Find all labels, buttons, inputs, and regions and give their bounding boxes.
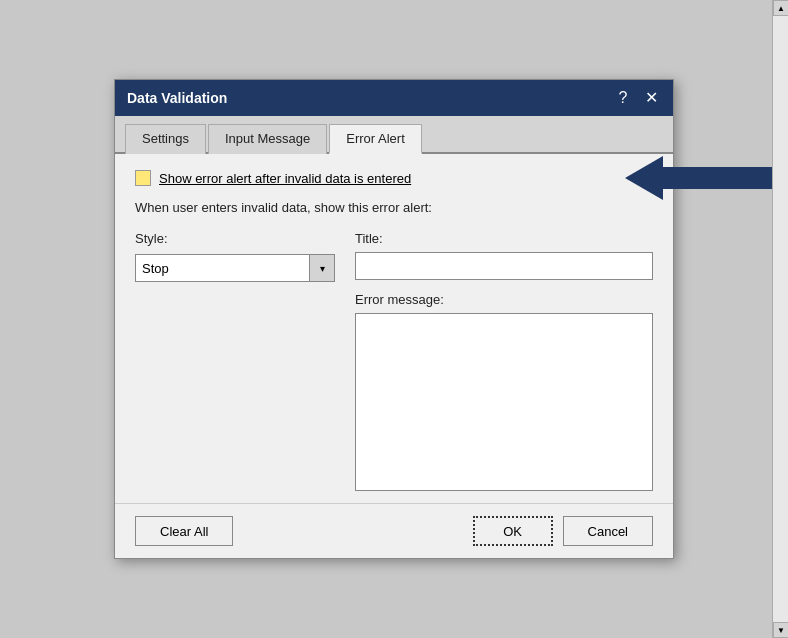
tab-content: Show error alert after invalid data is e…: [115, 154, 673, 503]
arrow-annotation: [663, 167, 788, 189]
arrow-body: [663, 167, 788, 189]
error-message-label: Error message:: [355, 292, 653, 307]
close-button[interactable]: ✕: [641, 88, 661, 108]
style-column: Style: Stop Warning Information ▾: [135, 231, 335, 491]
show-error-alert-label: Show error alert after invalid data is e…: [159, 171, 411, 186]
style-label: Style:: [135, 231, 335, 246]
title-label: Title:: [355, 231, 653, 246]
show-error-alert-checkbox[interactable]: [135, 170, 151, 186]
error-message-wrapper: ▲ ▼: [355, 313, 653, 491]
footer: Clear All OK Cancel: [115, 503, 673, 558]
tab-bar: Settings Input Message Error Alert: [115, 116, 673, 154]
title-bar: Data Validation ? ✕: [115, 80, 673, 116]
tab-settings[interactable]: Settings: [125, 124, 206, 154]
cancel-button[interactable]: Cancel: [563, 516, 653, 546]
error-message-textarea[interactable]: [356, 314, 636, 490]
tab-input-message[interactable]: Input Message: [208, 124, 327, 154]
data-validation-dialog: Data Validation ? ✕ Settings Input Messa…: [114, 79, 674, 559]
style-select-wrapper: Stop Warning Information ▾: [135, 254, 335, 282]
style-select[interactable]: Stop Warning Information: [135, 254, 335, 282]
title-bar-actions: ? ✕: [613, 88, 661, 108]
help-button[interactable]: ?: [613, 88, 633, 108]
tab-error-alert[interactable]: Error Alert: [329, 124, 422, 154]
show-error-alert-row: Show error alert after invalid data is e…: [135, 170, 653, 186]
ok-button[interactable]: OK: [473, 516, 553, 546]
title-input[interactable]: [355, 252, 653, 280]
form-grid: Style: Stop Warning Information ▾ Title:…: [135, 231, 653, 491]
clear-all-button[interactable]: Clear All: [135, 516, 233, 546]
footer-right-buttons: OK Cancel: [473, 516, 653, 546]
right-column: Title: Error message: ▲ ▼: [355, 231, 653, 491]
checkbox-container: Show error alert after invalid data is e…: [135, 170, 411, 186]
subtitle-text: When user enters invalid data, show this…: [135, 200, 653, 215]
dialog-title: Data Validation: [127, 90, 227, 106]
arrow-head: [625, 156, 663, 200]
